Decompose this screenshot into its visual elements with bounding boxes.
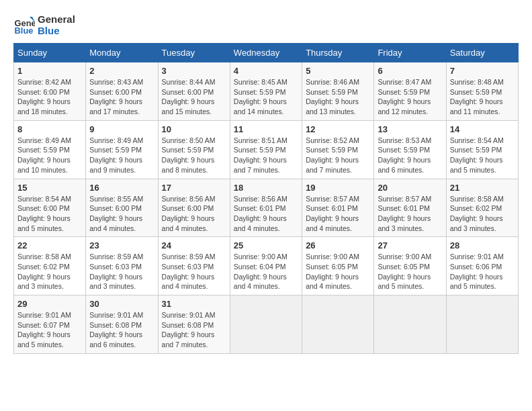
day-detail: Sunrise: 8:49 AM Sunset: 5:59 PM Dayligh… <box>17 136 82 175</box>
calendar-cell: 9 Sunrise: 8:49 AM Sunset: 5:59 PM Dayli… <box>86 120 158 179</box>
calendar-cell <box>374 295 446 354</box>
calendar-cell: 13 Sunrise: 8:53 AM Sunset: 5:59 PM Dayl… <box>374 120 446 179</box>
day-number: 20 <box>378 183 442 193</box>
day-detail: Sunrise: 8:55 AM Sunset: 6:00 PM Dayligh… <box>89 194 154 234</box>
day-detail: Sunrise: 8:46 AM Sunset: 5:59 PM Dayligh… <box>306 77 370 117</box>
day-number: 3 <box>162 66 226 76</box>
day-detail: Sunrise: 8:49 AM Sunset: 5:59 PM Dayligh… <box>89 136 154 175</box>
logo-line1: General <box>38 13 75 25</box>
calendar-cell: 28 Sunrise: 9:01 AM Sunset: 6:06 PM Dayl… <box>446 237 518 295</box>
day-number: 15 <box>17 183 82 193</box>
calendar-cell: 31 Sunrise: 9:01 AM Sunset: 6:08 PM Dayl… <box>158 295 230 354</box>
day-detail: Sunrise: 8:57 AM Sunset: 6:01 PM Dayligh… <box>378 194 442 234</box>
day-detail: Sunrise: 8:59 AM Sunset: 6:03 PM Dayligh… <box>162 252 226 291</box>
calendar-cell: 10 Sunrise: 8:50 AM Sunset: 5:59 PM Dayl… <box>158 120 230 179</box>
day-detail: Sunrise: 9:01 AM Sunset: 6:06 PM Dayligh… <box>450 252 515 291</box>
day-number: 1 <box>17 66 82 76</box>
day-detail: Sunrise: 8:58 AM Sunset: 6:02 PM Dayligh… <box>450 194 515 234</box>
day-detail: Sunrise: 8:54 AM Sunset: 6:00 PM Dayligh… <box>17 194 82 234</box>
day-number: 19 <box>306 183 370 193</box>
calendar-cell: 14 Sunrise: 8:54 AM Sunset: 5:59 PM Dayl… <box>446 120 518 179</box>
calendar-header-row: SundayMondayTuesdayWednesdayThursdayFrid… <box>14 44 519 62</box>
calendar-cell: 1 Sunrise: 8:42 AM Sunset: 6:00 PM Dayli… <box>14 62 86 121</box>
calendar-week-3: 15 Sunrise: 8:54 AM Sunset: 6:00 PM Dayl… <box>14 179 519 237</box>
calendar-week-4: 22 Sunrise: 8:58 AM Sunset: 6:02 PM Dayl… <box>14 237 519 295</box>
day-number: 30 <box>89 299 154 309</box>
calendar-cell: 16 Sunrise: 8:55 AM Sunset: 6:00 PM Dayl… <box>86 179 158 237</box>
day-number: 22 <box>17 240 82 250</box>
calendar-cell <box>446 295 518 354</box>
calendar-cell: 5 Sunrise: 8:46 AM Sunset: 5:59 PM Dayli… <box>302 62 374 121</box>
day-number: 13 <box>378 124 442 134</box>
header: General Blue General Blue <box>13 13 519 36</box>
day-number: 17 <box>162 183 226 193</box>
day-detail: Sunrise: 8:52 AM Sunset: 5:59 PM Dayligh… <box>306 136 370 175</box>
day-detail: Sunrise: 8:48 AM Sunset: 5:59 PM Dayligh… <box>450 77 515 117</box>
calendar-cell: 8 Sunrise: 8:49 AM Sunset: 5:59 PM Dayli… <box>14 120 86 179</box>
calendar-cell: 25 Sunrise: 9:00 AM Sunset: 6:04 PM Dayl… <box>230 237 302 295</box>
day-number: 9 <box>89 124 154 134</box>
col-header-tuesday: Tuesday <box>158 44 230 62</box>
calendar-cell: 27 Sunrise: 9:00 AM Sunset: 6:05 PM Dayl… <box>374 237 446 295</box>
day-detail: Sunrise: 8:56 AM Sunset: 6:00 PM Dayligh… <box>162 194 226 234</box>
day-detail: Sunrise: 9:01 AM Sunset: 6:07 PM Dayligh… <box>17 310 82 350</box>
calendar-cell: 23 Sunrise: 8:59 AM Sunset: 6:03 PM Dayl… <box>86 237 158 295</box>
day-number: 27 <box>378 240 442 250</box>
day-detail: Sunrise: 8:50 AM Sunset: 5:59 PM Dayligh… <box>162 136 226 175</box>
day-number: 31 <box>162 299 226 309</box>
calendar-week-5: 29 Sunrise: 9:01 AM Sunset: 6:07 PM Dayl… <box>14 295 519 354</box>
logo-line2: Blue <box>38 25 75 36</box>
col-header-sunday: Sunday <box>14 44 86 62</box>
col-header-saturday: Saturday <box>446 44 518 62</box>
calendar-table: SundayMondayTuesdayWednesdayThursdayFrid… <box>13 43 519 354</box>
day-detail: Sunrise: 8:57 AM Sunset: 6:01 PM Dayligh… <box>306 194 370 234</box>
day-detail: Sunrise: 8:44 AM Sunset: 6:00 PM Dayligh… <box>162 77 226 117</box>
calendar-week-2: 8 Sunrise: 8:49 AM Sunset: 5:59 PM Dayli… <box>14 120 519 179</box>
calendar-cell: 15 Sunrise: 8:54 AM Sunset: 6:00 PM Dayl… <box>14 179 86 237</box>
col-header-monday: Monday <box>86 44 158 62</box>
day-number: 10 <box>162 124 226 134</box>
day-number: 7 <box>450 66 515 76</box>
calendar-cell: 19 Sunrise: 8:57 AM Sunset: 6:01 PM Dayl… <box>302 179 374 237</box>
logo: General Blue General Blue <box>13 13 75 36</box>
calendar-cell <box>302 295 374 354</box>
svg-text:Blue: Blue <box>15 26 34 36</box>
calendar-cell: 6 Sunrise: 8:47 AM Sunset: 5:59 PM Dayli… <box>374 62 446 121</box>
day-number: 26 <box>306 240 370 250</box>
col-header-wednesday: Wednesday <box>230 44 302 62</box>
day-detail: Sunrise: 9:00 AM Sunset: 6:05 PM Dayligh… <box>378 252 442 291</box>
day-detail: Sunrise: 9:00 AM Sunset: 6:05 PM Dayligh… <box>306 252 370 291</box>
day-detail: Sunrise: 9:00 AM Sunset: 6:04 PM Dayligh… <box>234 252 298 291</box>
calendar-cell: 20 Sunrise: 8:57 AM Sunset: 6:01 PM Dayl… <box>374 179 446 237</box>
logo-icon: General Blue <box>13 14 35 36</box>
day-number: 6 <box>378 66 442 76</box>
day-detail: Sunrise: 8:54 AM Sunset: 5:59 PM Dayligh… <box>450 136 515 175</box>
day-number: 28 <box>450 240 515 250</box>
day-number: 16 <box>89 183 154 193</box>
col-header-friday: Friday <box>374 44 446 62</box>
day-number: 29 <box>17 299 82 309</box>
calendar-cell: 7 Sunrise: 8:48 AM Sunset: 5:59 PM Dayli… <box>446 62 518 121</box>
calendar-cell: 26 Sunrise: 9:00 AM Sunset: 6:05 PM Dayl… <box>302 237 374 295</box>
day-detail: Sunrise: 9:01 AM Sunset: 6:08 PM Dayligh… <box>89 310 154 350</box>
day-number: 24 <box>162 240 226 250</box>
calendar-cell: 21 Sunrise: 8:58 AM Sunset: 6:02 PM Dayl… <box>446 179 518 237</box>
day-number: 11 <box>234 124 298 134</box>
day-detail: Sunrise: 8:42 AM Sunset: 6:00 PM Dayligh… <box>17 77 82 117</box>
calendar-cell: 17 Sunrise: 8:56 AM Sunset: 6:00 PM Dayl… <box>158 179 230 237</box>
day-number: 21 <box>450 183 515 193</box>
day-detail: Sunrise: 8:53 AM Sunset: 5:59 PM Dayligh… <box>378 136 442 175</box>
day-detail: Sunrise: 8:58 AM Sunset: 6:02 PM Dayligh… <box>17 252 82 291</box>
day-detail: Sunrise: 8:59 AM Sunset: 6:03 PM Dayligh… <box>89 252 154 291</box>
day-detail: Sunrise: 9:01 AM Sunset: 6:08 PM Dayligh… <box>162 310 226 350</box>
calendar-cell <box>230 295 302 354</box>
day-number: 4 <box>234 66 298 76</box>
day-number: 2 <box>89 66 154 76</box>
calendar-cell: 29 Sunrise: 9:01 AM Sunset: 6:07 PM Dayl… <box>14 295 86 354</box>
calendar-cell: 12 Sunrise: 8:52 AM Sunset: 5:59 PM Dayl… <box>302 120 374 179</box>
calendar-cell: 11 Sunrise: 8:51 AM Sunset: 5:59 PM Dayl… <box>230 120 302 179</box>
day-number: 14 <box>450 124 515 134</box>
calendar-cell: 3 Sunrise: 8:44 AM Sunset: 6:00 PM Dayli… <box>158 62 230 121</box>
day-detail: Sunrise: 8:51 AM Sunset: 5:59 PM Dayligh… <box>234 136 298 175</box>
calendar-cell: 24 Sunrise: 8:59 AM Sunset: 6:03 PM Dayl… <box>158 237 230 295</box>
